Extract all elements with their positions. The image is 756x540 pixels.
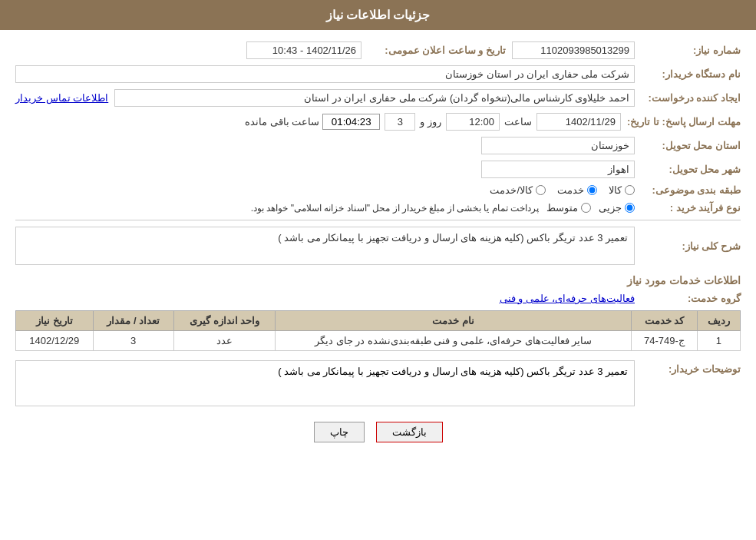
description-label: شرح کلی نیاز: — [641, 240, 741, 252]
category-kala-khedmat-label: کالا/خدمت — [490, 184, 533, 196]
category-khedmat-item: خدمت — [557, 184, 597, 196]
cell-date: 1402/12/29 — [16, 331, 94, 351]
cell-index: 1 — [697, 331, 740, 351]
purchase-jozi-label: جزیی — [599, 202, 622, 214]
creator-label: ایجاد کننده درخواست: — [641, 92, 741, 104]
creator-row: ایجاد کننده درخواست: احمد خلیلاوی کارشنا… — [15, 89, 741, 107]
category-khedmat-label: خدمت — [557, 184, 584, 196]
category-kala-radio[interactable] — [625, 185, 635, 195]
purchase-motavaset-radio[interactable] — [581, 203, 591, 213]
purchase-type-row: نوع فرآیند خرید : جزیی متوسط پرداخت تمام… — [15, 202, 741, 214]
page-title: جزئیات اطلاعات نیاز — [326, 8, 431, 22]
buyer-name-value: شرکت ملی حفاری ایران در استان خوزستان — [15, 65, 635, 83]
creator-value: احمد خلیلاوی کارشناس مالی(تنخواه گردان) … — [114, 89, 635, 107]
announce-date-label: تاریخ و ساعت اعلان عمومی: — [368, 45, 506, 56]
need-number-label: شماره نیاز: — [641, 45, 741, 56]
category-kala-khedmat-radio[interactable] — [536, 185, 546, 195]
category-kala-khedmat-item: کالا/خدمت — [490, 184, 546, 196]
services-table: ردیف کد خدمت نام خدمت واحد اندازه گیری ت… — [15, 310, 741, 351]
province-row: استان محل تحویل: خوزستان — [15, 137, 741, 154]
deadline-days: 3 — [385, 113, 415, 131]
service-group-row: گروه خدمت: فعالیت‌های حرفه‌ای، علمی و فن… — [15, 293, 741, 304]
service-group-label: گروه خدمت: — [641, 293, 741, 304]
purchase-jozi-item: جزیی — [599, 202, 635, 214]
remaining-time-input — [322, 114, 380, 130]
buttons-row: بازگشت چاپ — [15, 422, 741, 442]
deadline-row: مهلت ارسال پاسخ: تا تاریخ: 1402/11/29 سا… — [15, 113, 741, 131]
announce-date-value: 1402/11/26 - 10:43 — [246, 41, 361, 59]
divider-1 — [15, 220, 741, 220]
category-row: طبقه بندی موضوعی: کالا خدمت کالا/خدمت — [15, 184, 741, 196]
page-header: جزئیات اطلاعات نیاز — [0, 0, 756, 30]
city-row: شهر محل تحویل: اهواز — [15, 161, 741, 178]
col-unit: واحد اندازه گیری — [173, 311, 276, 331]
buyer-name-label: نام دستگاه خریدار: — [641, 68, 741, 80]
cell-quantity: 3 — [93, 331, 173, 351]
days-label: روز و — [420, 116, 441, 128]
back-button[interactable]: بازگشت — [376, 422, 443, 442]
col-date: تاریخ نیاز — [16, 311, 94, 331]
remaining-container: ساعت باقی مانده — [245, 114, 380, 130]
print-button[interactable]: چاپ — [314, 422, 365, 442]
deadline-time: 12:00 — [446, 113, 500, 131]
col-code: کد خدمت — [632, 311, 698, 331]
description-row: شرح کلی نیاز: تعمیر 3 عدد تریگر باکس (کل… — [15, 227, 741, 265]
service-group-value[interactable]: فعالیت‌های حرفه‌ای، علمی و فنی — [500, 293, 635, 304]
cell-code: ج-749-74 — [632, 331, 698, 351]
category-label: طبقه بندی موضوعی: — [641, 184, 741, 196]
city-label: شهر محل تحویل: — [641, 164, 741, 175]
buyer-description-textarea[interactable] — [15, 360, 635, 406]
buyer-description-label: توضیحات خریدار: — [641, 360, 741, 375]
description-value: تعمیر 3 عدد تریگر باکس (کلیه هزینه های ا… — [15, 227, 635, 265]
province-value: خوزستان — [481, 137, 635, 154]
col-quantity: تعداد / مقدار — [93, 311, 173, 331]
category-radio-group: کالا خدمت کالا/خدمت — [490, 184, 635, 196]
category-khedmat-radio[interactable] — [587, 185, 597, 195]
col-name: نام خدمت — [276, 311, 632, 331]
services-section-title: اطلاعات خدمات مورد نیاز — [15, 274, 741, 287]
contact-link[interactable]: اطلاعات تماس خریدار — [15, 92, 108, 104]
purchase-type-container: جزیی متوسط پرداخت تمام یا بخشی از مبلغ خ… — [15, 202, 635, 214]
deadline-label: مهلت ارسال پاسخ: تا تاریخ: — [627, 116, 741, 128]
category-kala-label: کالا — [609, 184, 622, 196]
time-label: ساعت — [504, 116, 532, 128]
purchase-notice: پرداخت تمام یا بخشی از مبلغ خریدار از مح… — [251, 203, 539, 214]
need-number-value: 1102093985013299 — [512, 41, 635, 59]
city-value: اهواز — [481, 161, 635, 178]
purchase-type-label: نوع فرآیند خرید : — [641, 202, 741, 214]
category-kala-item: کالا — [609, 184, 635, 196]
buyer-name-row: نام دستگاه خریدار: شرکت ملی حفاری ایران … — [15, 65, 741, 83]
purchase-motavaset-label: متوسط — [546, 202, 578, 214]
remaining-label: ساعت باقی مانده — [245, 116, 319, 128]
cell-name: سایر فعالیت‌های حرفه‌ای، علمی و فنی طبقه… — [276, 331, 632, 351]
buyer-description-row: توضیحات خریدار: — [15, 360, 741, 406]
purchase-motavaset-item: متوسط — [546, 202, 591, 214]
purchase-jozi-radio[interactable] — [625, 203, 635, 213]
need-number-row: شماره نیاز: 1102093985013299 تاریخ و ساع… — [15, 41, 741, 59]
datetime-container: 1402/11/29 ساعت 12:00 روز و 3 ساعت باقی … — [15, 113, 621, 131]
deadline-date: 1402/11/29 — [536, 113, 621, 131]
province-label: استان محل تحویل: — [641, 140, 741, 151]
col-index: ردیف — [697, 311, 740, 331]
cell-unit: عدد — [173, 331, 276, 351]
table-row: 1 ج-749-74 سایر فعالیت‌های حرفه‌ای، علمی… — [16, 331, 741, 351]
